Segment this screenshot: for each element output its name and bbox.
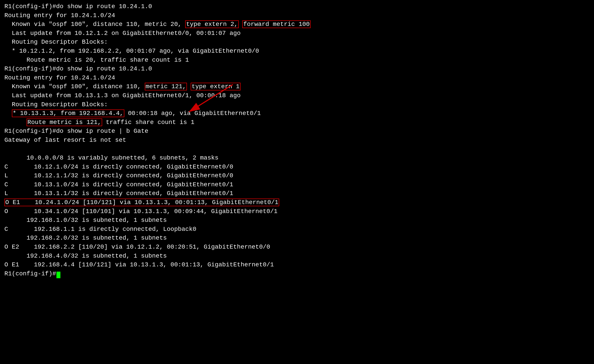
terminal-line: R1(config-if)#do show ip route | b Gate	[4, 127, 590, 136]
terminal-line: C 10.13.1.0/24 is directly connected, Gi…	[4, 180, 590, 189]
terminal-line: Routing entry for 10.24.1.0/24	[4, 73, 590, 83]
highlight-10131: * 10.13.1.3, from 192.168.4.4,	[12, 110, 124, 117]
highlight-oe1-route: O E1 10.24.1.0/24 [110/121] via 10.13.1.…	[4, 199, 279, 206]
highlight-type-extern1: type extern 1	[191, 83, 240, 90]
terminal: R1(config-if)#do show ip route 10.24.1.0…	[4, 2, 590, 278]
terminal-line: 192.168.1.0/32 is subnetted, 1 subnets	[4, 216, 590, 225]
terminal-line: O E1 10.24.1.0/24 [110/121] via 10.13.1.…	[4, 198, 590, 207]
terminal-line: Routing Descriptor Blocks:	[4, 100, 590, 109]
terminal-line: C 192.168.1.1 is directly connected, Loo…	[4, 225, 590, 234]
terminal-line: Last update from 10.12.1.2 on GigabitEth…	[4, 29, 590, 38]
terminal-line: 192.168.2.0/32 is subnetted, 1 subnets	[4, 234, 590, 243]
terminal-line: 192.168.4.0/32 is subnetted, 1 subnets	[4, 252, 590, 261]
terminal-line: Last update from 10.13.1.3 on GigabitEth…	[4, 91, 590, 100]
terminal-line: Known via "ospf 100", distance 110, metr…	[4, 20, 590, 29]
cursor	[56, 272, 61, 278]
terminal-line: O E1 192.168.4.4 [110/121] via 10.13.1.3…	[4, 260, 590, 269]
terminal-line: R1(config-if)#do show ip route 10.24.1.0	[4, 2, 590, 11]
terminal-line: Route metric is 20, traffic share count …	[4, 56, 590, 65]
highlight-metric121: metric 121,	[145, 83, 187, 90]
terminal-line: 10.0.0.0/8 is variably subnetted, 6 subn…	[4, 154, 590, 162]
highlight-forward-metric: forward metric 100	[242, 20, 310, 28]
terminal-line: Routing Descriptor Blocks:	[4, 38, 590, 47]
highlight-route-metric121: Route metric is 121,	[27, 118, 102, 126]
terminal-line: Known via "ospf 100", distance 110, metr…	[4, 82, 590, 91]
terminal-line: O 10.34.1.0/24 [110/101] via 10.13.1.3, …	[4, 207, 590, 216]
terminal-line: Routing entry for 10.24.1.0/24	[4, 11, 590, 20]
terminal-line: R1(config-if)#do show ip route 10.24.1.0	[4, 65, 590, 73]
terminal-line: R1(config-if)#	[4, 269, 590, 279]
terminal-line: L 10.12.1.1/32 is directly connected, Gi…	[4, 171, 590, 180]
terminal-line: Route metric is 121, traffic share count…	[4, 118, 590, 127]
terminal-line: C 10.12.1.0/24 is directly connected, Gi…	[4, 162, 590, 172]
terminal-line: Gateway of last resort is not set	[4, 136, 590, 145]
highlight-type-extern2: type extern 2,	[185, 20, 239, 28]
terminal-line	[4, 145, 590, 154]
terminal-line: O E2 192.168.2.2 [110/20] via 10.12.1.2,…	[4, 243, 590, 252]
terminal-line: L 10.13.1.1/32 is directly connected, Gi…	[4, 189, 590, 198]
terminal-line: * 10.13.1.3, from 192.168.4.4, 00:00:18 …	[4, 109, 590, 118]
terminal-line: * 10.12.1.2, from 192.168.2.2, 00:01:07 …	[4, 47, 590, 56]
